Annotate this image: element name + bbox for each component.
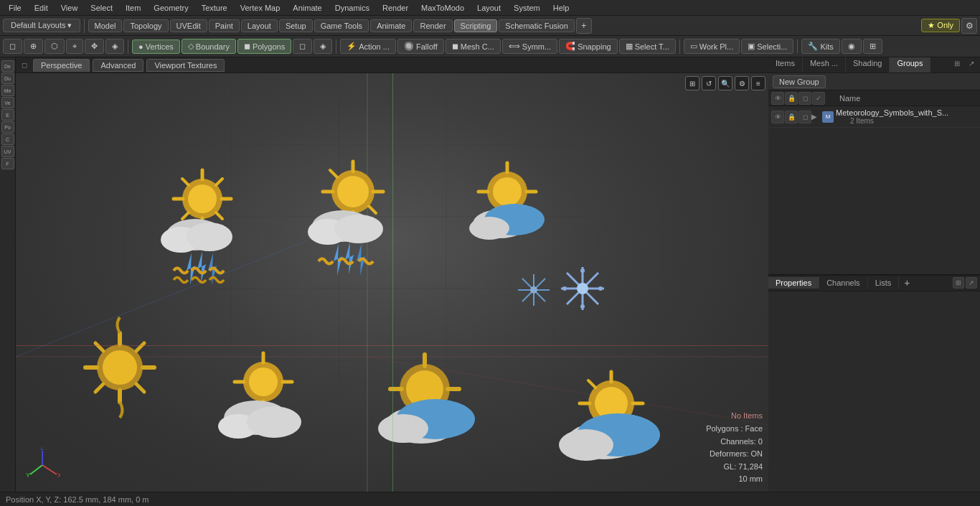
menu-vertex-map[interactable]: Vertex Map [235, 2, 286, 14]
mode-model[interactable]: Model [88, 19, 123, 32]
sep3 [336, 39, 336, 54]
select-t-btn[interactable]: ▦ Select T... [619, 39, 676, 54]
snapping-btn[interactable]: 🧲 Snapping [559, 39, 618, 54]
prop-expand2-icon[interactable]: ↗ [966, 277, 977, 289]
tab-lists[interactable]: Lists [868, 277, 900, 289]
sidebar-po[interactable]: Po [1, 121, 14, 133]
mode-uvedit[interactable]: UVEdit [170, 19, 207, 32]
tab-mesh[interactable]: Mesh ... [803, 57, 846, 72]
menu-texture[interactable]: Texture [196, 2, 233, 14]
crosshair-icon[interactable]: ⌖ [66, 39, 83, 54]
svg-text:Z: Z [40, 447, 44, 451]
select2-btn[interactable]: ◻ [293, 39, 312, 54]
vp-circle-btn[interactable]: ◉ [842, 39, 862, 54]
status-text: Position X, Y, Z: 162.5 mm, 184 mm, 0 m [6, 495, 149, 504]
move-icon[interactable]: ✥ [85, 39, 104, 54]
falloff-btn[interactable]: 🔘 Falloff [397, 39, 444, 54]
menu-help[interactable]: Help [547, 2, 575, 14]
sidebar-du[interactable]: Du [1, 72, 14, 84]
hex-icon[interactable]: ⬡ [44, 39, 65, 54]
tab-viewport-textures[interactable]: Viewport Textures [146, 59, 225, 72]
workpl-btn[interactable]: ▭ Work Pl... [684, 39, 740, 54]
symm-btn[interactable]: ⟺ Symm... [502, 39, 557, 54]
group-item[interactable]: 👁 🔒 ◻ ▶ M Meteorology_Symbols_with_S... … [768, 106, 980, 128]
groups-panel: New Group 👁 🔒 ◻ ✓ Name 👁 🔒 [768, 73, 980, 274]
sidebar-c[interactable]: C [1, 133, 14, 145]
mode-setup[interactable]: Setup [279, 19, 313, 32]
panel-expand2-icon[interactable]: ↗ [966, 57, 977, 69]
vp-rotate-icon[interactable]: ↺ [702, 76, 716, 90]
tab-properties[interactable]: Properties [768, 277, 819, 289]
sidebar-f[interactable]: F [1, 158, 14, 169]
eye-icon[interactable]: 👁 [771, 92, 784, 105]
sidebar-de[interactable]: De [1, 60, 14, 72]
boundary-btn[interactable]: ◇ Boundary [182, 39, 236, 54]
panel-expand-icon[interactable]: ⊞ [951, 57, 963, 69]
mode-scripting[interactable]: Scripting [454, 19, 498, 32]
menu-view[interactable]: View [55, 2, 84, 14]
lock-icon[interactable]: 🔒 [785, 92, 798, 105]
menu-layout[interactable]: Layout [471, 2, 507, 14]
sidebar-uv[interactable]: UV [1, 146, 14, 157]
sidebar-me[interactable]: Me [1, 85, 14, 96]
render-icon[interactable]: ◻ [798, 92, 811, 105]
menu-system[interactable]: System [508, 2, 546, 14]
mode-render[interactable]: Render [413, 19, 452, 32]
mode-animate[interactable]: Animate [370, 19, 412, 32]
viewport-background [16, 73, 768, 492]
viewport-collapse-icon[interactable]: ◻ [19, 60, 30, 71]
sphere-icon[interactable]: ⊕ [24, 39, 43, 54]
check-icon[interactable]: ✓ [812, 92, 825, 105]
group-lock-icon[interactable]: 🔒 [785, 111, 798, 123]
group-expand-icon[interactable]: ▶ [811, 113, 820, 121]
collapse-btn[interactable]: ◻ [3, 39, 22, 54]
tab-channels[interactable]: Channels [819, 277, 867, 289]
vp-zoom-icon[interactable]: 🔍 [718, 76, 732, 90]
add-mode-icon[interactable]: + [576, 18, 592, 34]
layouts-button[interactable]: Default Layouts ▾ [3, 19, 80, 32]
tab-items[interactable]: Items [768, 57, 803, 72]
menu-file[interactable]: File [3, 2, 27, 14]
add-tab-icon[interactable]: + [899, 275, 915, 291]
tab-groups[interactable]: Groups [890, 57, 930, 72]
mode-schematic-fusion[interactable]: Schematic Fusion [499, 19, 574, 32]
group-eye-icon[interactable]: 👁 [771, 111, 784, 123]
select-icon[interactable]: ◈ [105, 39, 124, 54]
polygons-btn[interactable]: ◼ Polygons [237, 39, 291, 54]
vp-grid-btn[interactable]: ⊞ [863, 39, 882, 54]
menu-dynamics[interactable]: Dynamics [329, 2, 375, 14]
mode-layout[interactable]: Layout [241, 19, 278, 32]
vp-menu-icon[interactable]: ≡ [751, 76, 765, 90]
prop-expand-icon[interactable]: ⊞ [953, 277, 964, 289]
tab-shading[interactable]: Shading [846, 57, 890, 72]
vp-settings-icon[interactable]: ⚙ [735, 76, 749, 90]
tab-advanced[interactable]: Advanced [93, 59, 143, 72]
workpl-label: Work Pl... [699, 42, 733, 51]
sidebar-e[interactable]: E [1, 109, 14, 121]
menu-render[interactable]: Render [377, 2, 414, 14]
kits-btn[interactable]: 🔧 Kits [801, 39, 839, 54]
menu-maxtomodo[interactable]: MaxToModo [415, 2, 470, 14]
star-only-button[interactable]: ★ Only [921, 19, 960, 32]
selecti-btn[interactable]: ▣ Selecti... [741, 39, 793, 54]
settings-icon[interactable]: ⚙ [961, 18, 977, 34]
mode-game-tools[interactable]: Game Tools [314, 19, 369, 32]
group-render-icon[interactable]: ◻ [798, 111, 811, 123]
action-btn[interactable]: ⚡ Action ... [340, 39, 396, 54]
menu-select[interactable]: Select [85, 2, 118, 14]
menu-geometry[interactable]: Geometry [148, 2, 194, 14]
menu-animate[interactable]: Animate [287, 2, 327, 14]
tab-perspective[interactable]: Perspective [33, 59, 90, 72]
mode-topology[interactable]: Topology [123, 19, 168, 32]
vp-grid-icon[interactable]: ⊞ [685, 76, 699, 90]
viewport[interactable]: ⊞ ↺ 🔍 ⚙ ≡ X Y Z No Items P [16, 73, 768, 492]
mode-paint[interactable]: Paint [209, 19, 240, 32]
sep4 [679, 39, 680, 54]
sidebar-ve[interactable]: Ve [1, 97, 14, 108]
vertices-btn[interactable]: ● Vertices [132, 39, 180, 54]
menu-item[interactable]: Item [120, 2, 146, 14]
menu-edit[interactable]: Edit [29, 2, 54, 14]
new-group-button[interactable]: New Group [773, 75, 826, 88]
mesh-btn[interactable]: ◼ Mesh C... [446, 39, 501, 54]
select3-btn[interactable]: ◈ [314, 39, 332, 54]
